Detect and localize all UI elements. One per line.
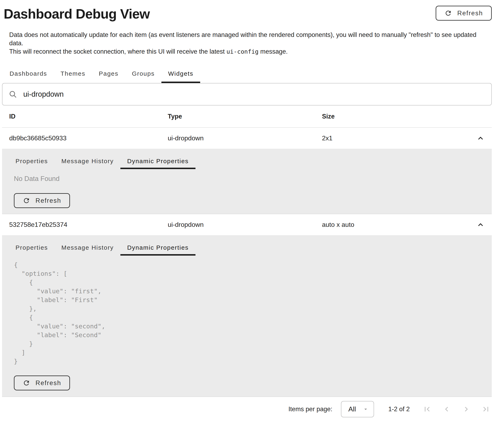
- last-page-icon: [481, 404, 491, 414]
- description-line-2-suffix: message.: [258, 48, 288, 55]
- chevron-up-icon: [476, 220, 485, 230]
- search-input[interactable]: [23, 90, 485, 99]
- dropdown-arrow-icon: [363, 406, 369, 412]
- ui-config-code: ui-config: [227, 48, 258, 55]
- row-size: 2x1: [322, 134, 469, 142]
- table-header: ID Type Size: [2, 106, 492, 128]
- main-tab-bar: Dashboards Themes Pages Groups Widgets: [3, 64, 492, 83]
- panel-refresh-button[interactable]: Refresh: [14, 193, 70, 208]
- tab-properties[interactable]: Properties: [9, 153, 55, 169]
- column-header-type: Type: [168, 113, 322, 120]
- next-page-button[interactable]: [462, 404, 471, 414]
- first-page-icon: [422, 404, 432, 414]
- header: Dashboard Debug View Refresh: [2, 0, 492, 22]
- row-size: auto x auto: [322, 221, 469, 228]
- expansion-panel: Properties Message History Dynamic Prope…: [2, 235, 492, 397]
- panel-tab-bar: Properties Message History Dynamic Prope…: [9, 235, 492, 255]
- page: Dashboard Debug View Refresh Data does n…: [2, 0, 492, 421]
- page-title: Dashboard Debug View: [4, 6, 150, 22]
- table-row[interactable]: 532758e17eb25374 ui-dropdown auto x auto: [2, 214, 492, 235]
- table-row[interactable]: db9bc36685c50933 ui-dropdown 2x1: [2, 128, 492, 149]
- tab-widgets[interactable]: Widgets: [162, 64, 200, 83]
- tab-dynamic-properties[interactable]: Dynamic Properties: [120, 240, 195, 255]
- description-line-2-text: This will reconnect the socket connectio…: [9, 48, 227, 55]
- chevron-right-icon: [462, 404, 471, 414]
- no-data-text: No Data Found: [14, 175, 492, 183]
- description-line-1: Data does not automatically update for e…: [9, 31, 492, 47]
- chevron-up-icon: [476, 134, 485, 143]
- search-icon: [9, 90, 17, 99]
- panel-refresh-label: Refresh: [36, 379, 61, 387]
- row-type: ui-dropdown: [168, 134, 322, 142]
- row-type: ui-dropdown: [168, 221, 322, 228]
- row-id: 532758e17eb25374: [2, 221, 168, 228]
- pager-controls: [422, 404, 491, 414]
- panel-refresh-label: Refresh: [36, 197, 61, 204]
- refresh-button-label: Refresh: [457, 10, 483, 17]
- panel-refresh-wrap: Refresh: [14, 375, 492, 397]
- tab-properties[interactable]: Properties: [9, 240, 55, 255]
- search-box: [2, 83, 492, 106]
- tab-themes[interactable]: Themes: [54, 64, 92, 83]
- items-per-page-select[interactable]: All: [341, 401, 374, 417]
- tab-groups[interactable]: Groups: [125, 64, 162, 83]
- first-page-button[interactable]: [422, 404, 432, 414]
- refresh-button[interactable]: Refresh: [436, 6, 492, 21]
- page-range-label: 1-2 of 2: [388, 405, 410, 413]
- panel-refresh-wrap: Refresh: [14, 193, 492, 214]
- items-per-page-value: All: [348, 405, 356, 413]
- collapse-row-button[interactable]: [469, 220, 492, 230]
- panel-tab-bar: Properties Message History Dynamic Prope…: [9, 149, 492, 169]
- tab-pages[interactable]: Pages: [92, 64, 125, 83]
- refresh-icon: [444, 9, 452, 17]
- description-line-2: This will reconnect the socket connectio…: [9, 47, 492, 56]
- tab-message-history[interactable]: Message History: [55, 240, 120, 255]
- row-id: db9bc36685c50933: [2, 134, 168, 142]
- tab-dashboards[interactable]: Dashboards: [3, 64, 54, 83]
- tab-dynamic-properties[interactable]: Dynamic Properties: [120, 153, 195, 169]
- column-header-id: ID: [2, 113, 168, 120]
- refresh-icon: [23, 379, 30, 387]
- chevron-left-icon: [442, 404, 451, 414]
- tab-message-history[interactable]: Message History: [55, 153, 120, 169]
- pagination-footer: Items per page: All 1-2 of 2: [2, 397, 492, 421]
- previous-page-button[interactable]: [442, 404, 451, 414]
- expansion-panel: Properties Message History Dynamic Prope…: [2, 149, 492, 214]
- panel-refresh-button[interactable]: Refresh: [14, 375, 70, 390]
- dynamic-properties-json: { "options": [ { "value": "first", "labe…: [14, 261, 492, 366]
- collapse-row-button[interactable]: [469, 134, 492, 143]
- items-per-page-label: Items per page:: [288, 405, 332, 413]
- last-page-button[interactable]: [481, 404, 491, 414]
- refresh-icon: [23, 197, 30, 204]
- column-header-size: Size: [322, 113, 469, 120]
- description: Data does not automatically update for e…: [9, 31, 492, 56]
